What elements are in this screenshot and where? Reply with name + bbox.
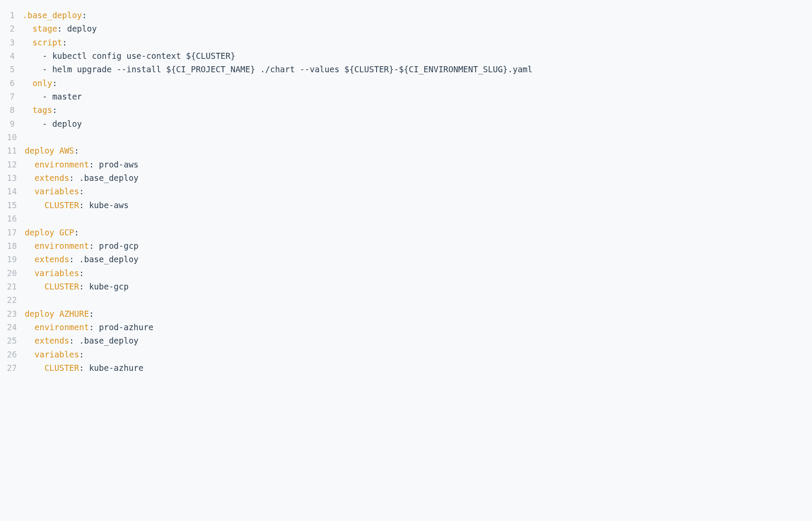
code-line: 20 variables: [7,267,805,280]
token-punct: : [62,38,67,47]
token-str [25,336,35,345]
token-punct: : [79,268,84,278]
line-number: 4 [7,49,23,63]
code-line: 3 script: [7,36,805,49]
line-content: stage: deploy [23,22,805,35]
line-number: 24 [7,321,25,334]
line-number: 6 [7,77,23,90]
token-str [23,78,32,88]
line-number: 13 [7,171,25,185]
line-content: deploy GCP: [25,226,805,239]
line-content: CLUSTER: kube-aws [25,199,805,212]
line-content: environment: prod-azhure [25,321,805,334]
line-number: 11 [7,144,25,158]
token-str: .base_deploy [74,173,139,183]
token-str [25,363,45,373]
line-number: 21 [7,280,25,293]
token-str: kubectl config use-context ${CLUSTER} [47,51,235,61]
token-punct: : [79,187,84,196]
token-punct: - [42,64,47,74]
line-content: only: [23,77,805,90]
line-number: 1 [7,9,23,22]
token-str [25,241,35,251]
line-content: CLUSTER: kube-gcp [25,280,805,293]
code-line: 14 variables: [7,185,805,198]
token-str [25,160,35,169]
code-line: 12 environment: prod-aws [7,158,805,171]
token-str: master [47,92,82,101]
line-content: deploy AWS: [25,144,805,158]
token-attr: CLUSTER [45,200,79,210]
code-line: 17deploy GCP: [7,226,805,239]
code-line: 18 environment: prod-gcp [7,239,805,253]
line-content [25,293,805,307]
code-block: 1.base_deploy:2 stage: deploy3 script:4 … [7,9,805,375]
code-line: 16 [7,212,805,225]
token-attr: extends [35,254,69,264]
token-attr: CLUSTER [45,282,79,291]
line-content: extends: .base_deploy [25,171,805,185]
code-line: 11deploy AWS: [7,144,805,158]
line-content: variables: [25,267,805,280]
code-line: 25 extends: .base_deploy [7,334,805,347]
token-str [25,187,35,196]
token-str [25,268,35,278]
line-number: 17 [7,226,25,239]
line-number: 10 [7,131,25,144]
code-line: 8 tags: [7,103,805,117]
code-line: 4 - kubectl config use-context ${CLUSTER… [7,49,805,63]
token-str [23,38,32,47]
line-number: 7 [7,90,23,103]
line-number: 9 [7,117,23,131]
token-punct: : [69,254,74,264]
line-content: - master [23,90,805,103]
line-number: 23 [7,307,25,321]
token-str [25,200,45,210]
token-attr: deploy AZHURE [25,309,89,318]
line-content: variables: [25,185,805,198]
token-punct: - [42,119,47,129]
line-number: 14 [7,185,25,198]
code-line: 2 stage: deploy [7,22,805,35]
code-line: 24 environment: prod-azhure [7,321,805,334]
line-number: 2 [7,22,23,35]
token-attr: stage [32,24,57,33]
token-attr: extends [35,336,69,345]
token-punct: : [89,322,94,332]
line-content: - deploy [23,117,805,131]
token-str: kube-azhure [84,363,143,373]
line-number: 25 [7,334,25,347]
token-str: prod-azhure [94,322,153,332]
token-attr: only [32,78,52,88]
token-punct: : [69,173,74,183]
line-number: 16 [7,212,25,225]
line-number: 26 [7,348,25,361]
code-line: 21 CLUSTER: kube-gcp [7,280,805,293]
token-punct: - [42,51,47,61]
line-number: 12 [7,158,25,171]
token-str: .base_deploy [74,336,139,345]
line-number: 3 [7,36,23,49]
token-punct: : [79,363,84,373]
token-punct: : [79,200,84,210]
token-punct: : [69,336,74,345]
token-punct: - [42,92,47,101]
token-attr: variables [35,268,79,278]
code-line: 9 - deploy [7,117,805,131]
token-attr: tags [32,105,52,115]
line-content: CLUSTER: kube-azhure [25,361,805,375]
line-content [25,212,805,225]
token-str: kube-gcp [84,282,129,291]
line-content: tags: [23,103,805,117]
line-number: 27 [7,361,25,375]
token-punct: : [57,24,62,33]
line-number: 5 [7,63,23,76]
code-line: 23deploy AZHURE: [7,307,805,321]
code-line: 15 CLUSTER: kube-aws [7,199,805,212]
token-attr: environment [35,160,89,169]
token-punct: : [82,10,87,20]
token-attr: deploy AWS [25,146,74,155]
code-line: 19 extends: .base_deploy [7,253,805,266]
token-str [23,51,42,61]
line-content: extends: .base_deploy [25,334,805,347]
